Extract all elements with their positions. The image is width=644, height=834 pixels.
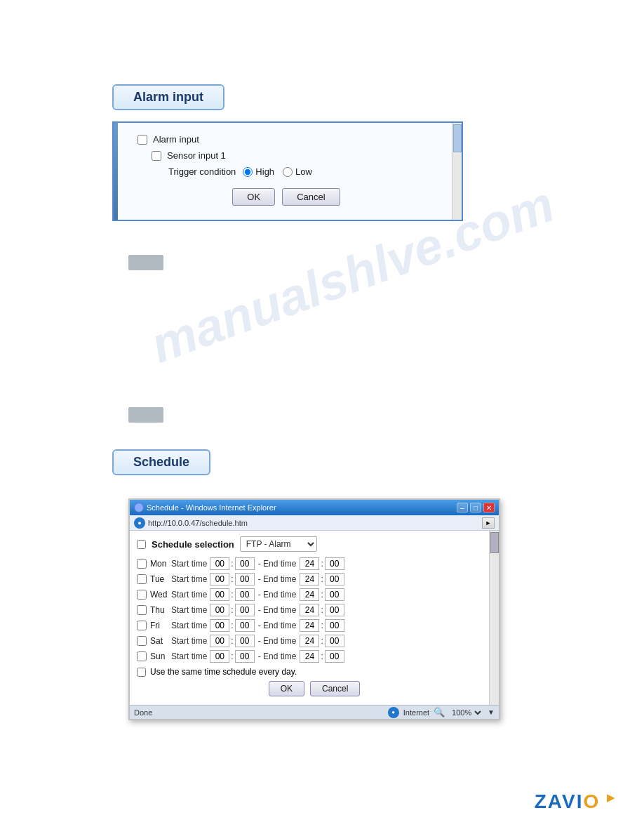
start-hour-sat[interactable]	[210, 635, 229, 647]
day-checkbox-sat[interactable]	[137, 636, 147, 646]
same-time-checkbox[interactable]	[137, 668, 146, 677]
ie-titlebar-controls: – □ ✕	[457, 503, 495, 512]
end-min-sun[interactable]	[325, 650, 344, 663]
sensor-input-row: Sensor input 1	[152, 150, 435, 161]
start-hour-tue[interactable]	[210, 573, 229, 585]
start-min-sun[interactable]	[235, 650, 255, 663]
schedule-selection-label: Schedule selection	[152, 539, 234, 550]
day-row-sat: Sat Start time : - End time :	[137, 635, 492, 647]
day-checkbox-fri[interactable]	[137, 621, 147, 630]
alarm-panel-scrollbar[interactable]	[452, 123, 462, 220]
day-name-tue: Tue	[150, 574, 171, 584]
schedule-ok-button[interactable]: OK	[269, 681, 304, 696]
trigger-low-option[interactable]: Low	[283, 166, 312, 177]
trigger-label: Trigger condition	[168, 166, 236, 177]
ie-go-btn[interactable]: ►	[482, 517, 495, 529]
alarm-button-row: OK Cancel	[137, 188, 435, 206]
ie-globe-icon: ●	[388, 707, 399, 718]
zavio-logo: ZAVIO ▶	[535, 790, 616, 813]
start-min-tue[interactable]	[235, 573, 255, 585]
start-min-sat[interactable]	[235, 635, 255, 647]
end-hour-mon[interactable]	[300, 557, 319, 570]
day-row-wed: Wed Start time : - End time :	[137, 588, 492, 601]
day-name-mon: Mon	[150, 559, 171, 569]
end-min-wed[interactable]	[325, 588, 344, 601]
start-min-thu[interactable]	[235, 604, 255, 616]
ie-titlebar-left: Schedule - Windows Internet Explorer	[134, 503, 276, 512]
ie-addressbar: ● http://10.0.0.47/schedule.htm ►	[130, 515, 499, 531]
end-hour-sat[interactable]	[300, 635, 319, 647]
start-min-wed[interactable]	[235, 588, 255, 601]
end-hour-fri[interactable]	[300, 619, 319, 632]
alarm-input-title-btn[interactable]: Alarm input	[112, 84, 224, 110]
trigger-high-radio[interactable]	[243, 167, 253, 177]
ie-scrollbar[interactable]	[489, 531, 499, 705]
alarm-input-main-label: Alarm input	[153, 134, 199, 145]
end-hour-sun[interactable]	[300, 650, 319, 663]
schedule-cancel-button[interactable]: Cancel	[310, 681, 360, 696]
ie-zoom-arrow: ▼	[488, 708, 495, 716]
alarm-ok-button[interactable]: OK	[232, 188, 275, 206]
ie-statusbar-right: ● Internet 🔍 100% 75% 125% ▼	[388, 707, 495, 718]
zavio-text-accent: O	[583, 790, 600, 812]
ie-button-row: OK Cancel	[137, 681, 492, 696]
trigger-low-radio[interactable]	[283, 167, 293, 177]
end-min-tue[interactable]	[325, 573, 344, 585]
schedule-selection-checkbox[interactable]	[137, 540, 146, 549]
alarm-input-main-checkbox[interactable]	[137, 135, 147, 145]
start-hour-fri[interactable]	[210, 619, 229, 632]
trigger-high-option[interactable]: High	[243, 166, 274, 177]
gray-rect-2	[128, 407, 163, 423]
day-row-fri: Fri Start time : - End time :	[137, 619, 492, 632]
trigger-radio-group: High Low	[243, 166, 312, 177]
alarm-input-main-row: Alarm input	[137, 134, 435, 145]
ie-scrollbar-thumb[interactable]	[490, 532, 499, 553]
ie-window: Schedule - Windows Internet Explorer – □…	[128, 498, 500, 720]
start-min-mon[interactable]	[235, 557, 255, 570]
day-row-mon: Mon Start time : - End time :	[137, 557, 492, 570]
gray-rect-1	[128, 255, 163, 270]
day-row-sun: Sun Start time : - End time :	[137, 650, 492, 663]
end-min-sat[interactable]	[325, 635, 344, 647]
schedule-title-btn[interactable]: Schedule	[112, 449, 210, 475]
sensor-input-checkbox[interactable]	[152, 151, 161, 161]
ie-address-icon: ●	[134, 517, 145, 529]
end-hour-wed[interactable]	[300, 588, 319, 601]
ie-close-btn[interactable]: ✕	[483, 503, 495, 512]
start-hour-wed[interactable]	[210, 588, 229, 601]
end-hour-thu[interactable]	[300, 604, 319, 616]
end-hour-tue[interactable]	[300, 573, 319, 585]
trigger-condition-row: Trigger condition High Low	[168, 166, 435, 177]
ie-restore-btn[interactable]: □	[470, 503, 481, 512]
ie-minimize-btn[interactable]: –	[457, 503, 468, 512]
alarm-cancel-button[interactable]: Cancel	[282, 188, 340, 206]
day-name-wed: Wed	[150, 590, 171, 600]
alarm-input-panel: Alarm input Sensor input 1 Trigger condi…	[112, 121, 463, 221]
start-hour-mon[interactable]	[210, 557, 229, 570]
alarm-scrollbar-thumb[interactable]	[453, 124, 462, 152]
ie-status-done: Done	[134, 708, 152, 717]
start-hour-thu[interactable]	[210, 604, 229, 616]
schedule-dropdown[interactable]: FTP - Alarm	[240, 536, 317, 552]
day-checkbox-mon[interactable]	[137, 559, 147, 569]
same-time-label: Use the same time schedule every day.	[150, 667, 297, 677]
start-min-fri[interactable]	[235, 619, 255, 632]
day-checkbox-tue[interactable]	[137, 574, 147, 584]
ie-internet-label: Internet	[403, 708, 429, 717]
schedule-header-row: Schedule selection FTP - Alarm	[137, 536, 492, 552]
end-min-mon[interactable]	[325, 557, 344, 570]
ie-statusbar: Done ● Internet 🔍 100% 75% 125% ▼	[130, 705, 499, 719]
day-checkbox-thu[interactable]	[137, 605, 147, 615]
end-min-thu[interactable]	[325, 604, 344, 616]
start-hour-sun[interactable]	[210, 650, 229, 663]
day-checkbox-sun[interactable]	[137, 651, 147, 661]
end-min-fri[interactable]	[325, 619, 344, 632]
day-name-fri: Fri	[150, 621, 171, 630]
alarm-input-section: Alarm input Alarm input Sensor input 1 T…	[112, 84, 505, 221]
ie-zoom-select[interactable]: 100% 75% 125%	[449, 708, 483, 717]
ie-content: Schedule selection FTP - Alarm Mon Start…	[130, 531, 499, 705]
day-name-sat: Sat	[150, 636, 171, 646]
ie-browser-icon	[134, 503, 144, 512]
day-checkbox-wed[interactable]	[137, 590, 147, 600]
ie-address-text[interactable]: http://10.0.0.47/schedule.htm	[148, 519, 479, 527]
